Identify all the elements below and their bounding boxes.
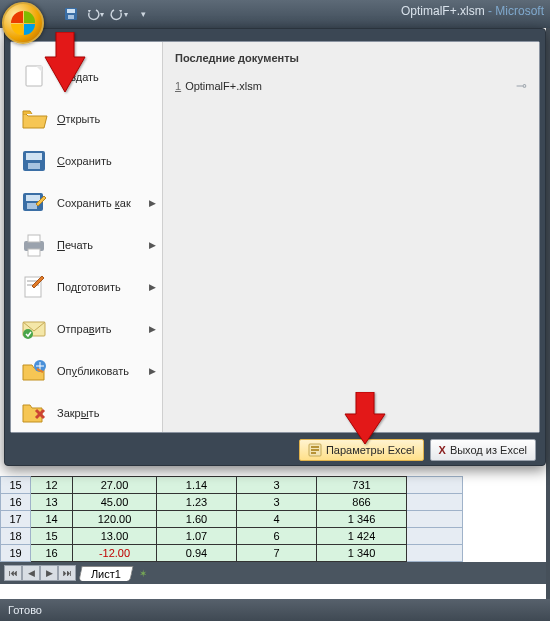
menu-item-label: Закрыть: [57, 407, 99, 419]
svg-rect-25: [311, 446, 319, 448]
cell[interactable]: 1 340: [317, 545, 407, 562]
menu-item-prep[interactable]: Подготовить▶: [11, 266, 162, 308]
exit-excel-button[interactable]: X Выход из Excel: [430, 439, 536, 461]
svg-marker-29: [345, 392, 385, 444]
office-menu-commands: СоздатьОткрытьСохранитьСохранить как▶Печ…: [11, 42, 163, 432]
status-text: Готово: [8, 604, 42, 616]
cell[interactable]: 1.14: [157, 477, 237, 494]
cell[interactable]: 45.00: [73, 494, 157, 511]
svg-rect-6: [26, 153, 42, 160]
cell[interactable]: 7: [237, 545, 317, 562]
row-header[interactable]: 16: [1, 494, 31, 511]
cell[interactable]: 0.94: [157, 545, 237, 562]
cell-grid[interactable]: 151227.001.143731161345.001.233866171412…: [0, 476, 463, 562]
excel-options-label: Параметры Excel: [326, 444, 415, 456]
cell[interactable]: 3: [237, 477, 317, 494]
floppy-icon: [64, 7, 78, 21]
menu-item-label: Опубликовать: [57, 365, 129, 377]
empty-cell[interactable]: [407, 528, 463, 545]
row-header[interactable]: 19: [1, 545, 31, 562]
empty-cell[interactable]: [407, 545, 463, 562]
qat-save-button[interactable]: [60, 4, 82, 24]
submenu-arrow-icon: ▶: [149, 282, 156, 292]
submenu-arrow-icon: ▶: [149, 324, 156, 334]
recent-document[interactable]: 1OptimalF+.xlsm⊸: [175, 76, 527, 95]
submenu-arrow-icon: ▶: [149, 240, 156, 250]
prep-icon: [19, 273, 49, 301]
svg-rect-27: [311, 452, 316, 454]
cell[interactable]: 866: [317, 494, 407, 511]
worksheet[interactable]: 151227.001.143731161345.001.233866171412…: [0, 476, 550, 584]
empty-cell[interactable]: [407, 477, 463, 494]
open-icon: [19, 105, 49, 133]
recent-documents-heading: Последние документы: [175, 52, 527, 64]
new-sheet-icon[interactable]: ✶: [136, 566, 150, 580]
row-header[interactable]: 18: [1, 528, 31, 545]
cell[interactable]: 16: [31, 545, 73, 562]
row-header[interactable]: 15: [1, 477, 31, 494]
cell[interactable]: 731: [317, 477, 407, 494]
exit-x-icon: X: [439, 444, 446, 456]
cell[interactable]: 15: [31, 528, 73, 545]
svg-point-20: [23, 329, 33, 339]
cell[interactable]: 1.23: [157, 494, 237, 511]
svg-marker-28: [45, 32, 85, 92]
menu-item-save[interactable]: Сохранить: [11, 140, 162, 182]
menu-item-label: Отправить: [57, 323, 112, 335]
tab-next-icon[interactable]: ▶: [40, 565, 58, 581]
office-logo-icon: [11, 11, 35, 35]
qat-undo-button[interactable]: ▾: [84, 4, 106, 24]
menu-item-saveas[interactable]: Сохранить как▶: [11, 182, 162, 224]
cell[interactable]: 13.00: [73, 528, 157, 545]
menu-item-send[interactable]: Отправить▶: [11, 308, 162, 350]
print-icon: [19, 231, 49, 259]
tab-last-icon[interactable]: ⏭: [58, 565, 76, 581]
svg-rect-1: [67, 9, 75, 13]
cell[interactable]: 1.60: [157, 511, 237, 528]
office-button[interactable]: [2, 2, 44, 44]
empty-cell[interactable]: [407, 494, 463, 511]
menu-item-close[interactable]: Закрыть: [11, 392, 162, 434]
saveas-icon: [19, 189, 49, 217]
title-file: OptimalF+.xlsm: [401, 4, 485, 18]
scrollbar-right[interactable]: [546, 28, 550, 599]
office-menu: СоздатьОткрытьСохранитьСохранить как▶Печ…: [4, 28, 546, 466]
cell[interactable]: 4: [237, 511, 317, 528]
cell[interactable]: 12: [31, 477, 73, 494]
tab-prev-icon[interactable]: ◀: [22, 565, 40, 581]
pin-icon[interactable]: ⊸: [516, 78, 527, 93]
submenu-arrow-icon: ▶: [149, 198, 156, 208]
cell[interactable]: 1.07: [157, 528, 237, 545]
cell[interactable]: -12.00: [73, 545, 157, 562]
sheet-tab-bar: ⏮ ◀ ▶ ⏭ Лист1 ✶: [0, 562, 550, 584]
qat-redo-button[interactable]: ▾: [108, 4, 130, 24]
quick-access-toolbar: ▾ ▾ ▾: [60, 4, 154, 24]
cell[interactable]: 120.00: [73, 511, 157, 528]
row-header[interactable]: 17: [1, 511, 31, 528]
window-title: OptimalF+.xlsm - Microsoft: [401, 4, 544, 18]
svg-rect-7: [28, 163, 40, 169]
save-icon: [19, 147, 49, 175]
cell[interactable]: 13: [31, 494, 73, 511]
menu-item-label: Сохранить как: [57, 197, 131, 209]
cell[interactable]: 3: [237, 494, 317, 511]
menu-item-print[interactable]: Печать▶: [11, 224, 162, 266]
title-app: Microsoft: [495, 4, 544, 18]
send-icon: [19, 315, 49, 343]
tab-first-icon[interactable]: ⏮: [4, 565, 22, 581]
empty-cell[interactable]: [407, 511, 463, 528]
cell[interactable]: 27.00: [73, 477, 157, 494]
title-bar: ▾ ▾ ▾ OptimalF+.xlsm - Microsoft: [0, 0, 550, 28]
cell[interactable]: 1 346: [317, 511, 407, 528]
cell[interactable]: 14: [31, 511, 73, 528]
sheet-tab-active[interactable]: Лист1: [78, 566, 133, 581]
qat-customize-button[interactable]: ▾: [132, 4, 154, 24]
svg-rect-9: [26, 195, 40, 201]
title-dash: -: [485, 4, 496, 18]
sheet-tab-nav[interactable]: ⏮ ◀ ▶ ⏭: [4, 565, 76, 581]
cell[interactable]: 6: [237, 528, 317, 545]
cell[interactable]: 1 424: [317, 528, 407, 545]
menu-item-open[interactable]: Открыть: [11, 98, 162, 140]
menu-item-publish[interactable]: Опубликовать▶: [11, 350, 162, 392]
menu-item-label: Открыть: [57, 113, 100, 125]
